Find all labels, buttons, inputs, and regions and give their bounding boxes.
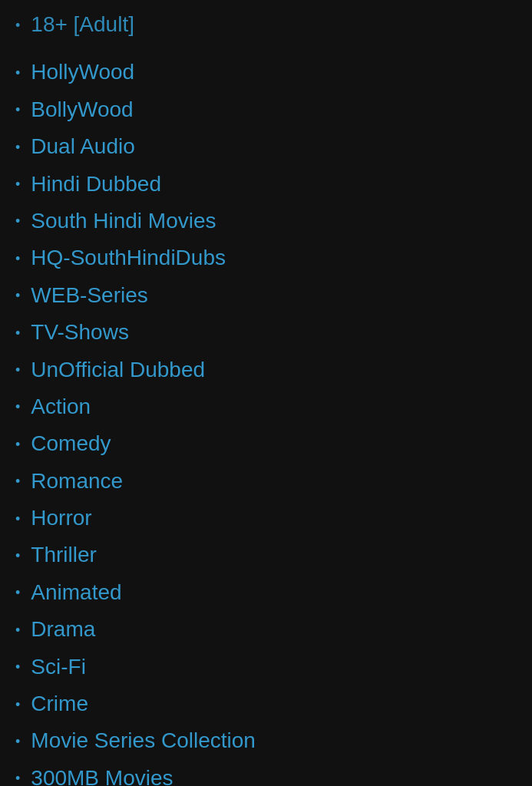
list-item-horror[interactable]: Horror (15, 500, 517, 537)
list-item-hq-south-hindi-dubs[interactable]: HQ-SouthHindiDubs (15, 239, 517, 276)
list-item-unofficial-dubbed[interactable]: UnOfficial Dubbed (15, 352, 517, 388)
list-item-south-hindi-movies[interactable]: South Hindi Movies (15, 203, 517, 239)
list-item-crime[interactable]: Crime (15, 685, 517, 722)
list-item-hindi-dubbed[interactable]: Hindi Dubbed (15, 166, 517, 203)
list-item-animated[interactable]: Animated (15, 574, 517, 611)
list-item-bollywood[interactable]: BollyWood (15, 91, 517, 128)
list-item-drama[interactable]: Drama (15, 611, 517, 648)
menu-content: HollyWood BollyWood Dual Audio Hindi Dub… (0, 46, 532, 786)
list-item-romance[interactable]: Romance (15, 463, 517, 500)
list-item-300mb-movies[interactable]: 300MB Movies (15, 760, 517, 786)
list-item-hollywood[interactable]: HollyWood (15, 54, 517, 91)
list-item-tv-shows[interactable]: TV-Shows (15, 314, 517, 351)
list-item-movie-series-collection[interactable]: Movie Series Collection (15, 722, 517, 759)
list-item-comedy[interactable]: Comedy (15, 425, 517, 462)
list-item-action[interactable]: Action (15, 388, 517, 425)
top-partial-row: 18+ [Adult] (0, 0, 532, 46)
list-item-web-series[interactable]: WEB-Series (15, 277, 517, 314)
category-list: HollyWood BollyWood Dual Audio Hindi Dub… (15, 54, 517, 786)
list-item-dual-audio[interactable]: Dual Audio (15, 128, 517, 165)
list-item-adult[interactable]: 18+ [Adult] (15, 6, 517, 43)
list-item-sci-fi[interactable]: Sci-Fi (15, 649, 517, 685)
list-item-thriller[interactable]: Thriller (15, 537, 517, 573)
